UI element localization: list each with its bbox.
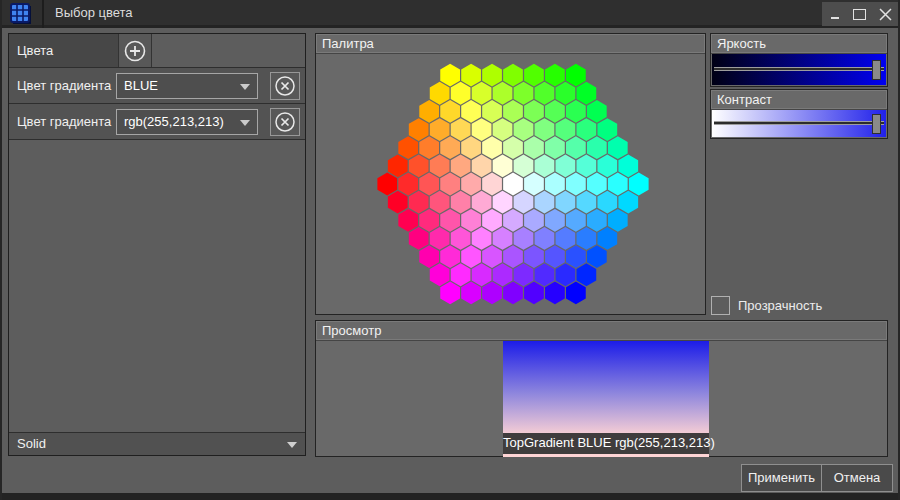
palette-hex-cell[interactable] [566,173,586,196]
palette-hex-cell[interactable] [566,282,586,305]
palette-hex-cell[interactable] [419,209,439,232]
palette-hex-cell[interactable] [419,173,439,196]
palette-hex-cell[interactable] [461,136,481,159]
palette-hex-cell[interactable] [535,263,555,286]
palette-hex-cell[interactable] [524,136,544,159]
palette-hex-cell[interactable] [566,209,586,232]
palette-hex-cell[interactable] [440,245,460,268]
palette-hex-cell[interactable] [430,154,450,177]
palette-hex-cell[interactable] [493,82,513,105]
palette-hex-cell[interactable] [545,245,565,268]
palette-hex-cell[interactable] [545,209,565,232]
contrast-slider[interactable] [712,110,886,137]
palette-hex-cell[interactable] [566,245,586,268]
palette-hex-cell[interactable] [587,136,607,159]
palette-hex-cell[interactable] [430,227,450,250]
fill-mode-select[interactable]: Solid [9,432,305,455]
palette-hex-cell[interactable] [608,136,628,159]
palette-hex-cell[interactable] [618,191,638,214]
palette-hex-cell[interactable] [503,64,523,87]
palette-hex-cell[interactable] [514,227,534,250]
palette-hex-cell[interactable] [608,173,628,196]
brightness-slider[interactable] [712,54,886,85]
palette-hex-cell[interactable] [514,191,534,214]
palette-hex-cell[interactable] [440,173,460,196]
palette-hex-cell[interactable] [461,282,481,305]
palette-hex-cell[interactable] [388,191,408,214]
palette-hex-cell[interactable] [461,245,481,268]
palette-hex-cell[interactable] [524,64,544,87]
remove-gradient-color-button-1[interactable] [270,72,300,100]
gradient-color-select-2[interactable]: rgb(255,213,213) [116,109,258,135]
palette-hex-cell[interactable] [493,118,513,141]
palette-hex-cell[interactable] [514,82,534,105]
palette-hex-cell[interactable] [419,100,439,123]
palette-hex-cell[interactable] [545,100,565,123]
palette-hex-cell[interactable] [398,136,418,159]
transparency-checkbox[interactable] [711,296,730,315]
palette-hex-cell[interactable] [587,100,607,123]
palette-hex-cell[interactable] [461,209,481,232]
palette-hex-cell[interactable] [545,282,565,305]
palette-hex-cell[interactable] [597,154,617,177]
palette-hex-cell[interactable] [545,64,565,87]
cancel-button[interactable]: Отмена [821,464,893,492]
palette-hex-cell[interactable] [461,173,481,196]
palette-hex-cell[interactable] [587,173,607,196]
palette-hex-cell[interactable] [556,118,576,141]
palette-hex-cell[interactable] [576,191,596,214]
palette-hex-cell[interactable] [503,173,523,196]
palette-hex-cell[interactable] [482,173,502,196]
palette-hex-cell[interactable] [503,245,523,268]
palette-hex-cell[interactable] [597,191,617,214]
palette-hex-cell[interactable] [461,100,481,123]
palette-hex-cell[interactable] [398,209,418,232]
maximize-button[interactable] [847,2,872,26]
palette-hex-cell[interactable] [482,136,502,159]
palette-hex-cell[interactable] [472,263,492,286]
palette-hex-cell[interactable] [576,118,596,141]
palette-hex-cell[interactable] [535,191,555,214]
palette-hex-cell[interactable] [377,173,397,196]
palette-hex-cell[interactable] [514,154,534,177]
palette-hex-cell[interactable] [545,173,565,196]
palette-hex-cell[interactable] [451,118,471,141]
palette-hex-cell[interactable] [514,118,534,141]
palette-hex-cell[interactable] [430,263,450,286]
palette-hex-cell[interactable] [398,173,418,196]
palette-hex-cell[interactable] [472,154,492,177]
gradient-color-select-1[interactable]: BLUE [116,73,258,99]
palette-hex-cell[interactable] [419,245,439,268]
palette-hex-cell[interactable] [576,154,596,177]
palette-hex-cell[interactable] [503,136,523,159]
palette-hex-cell[interactable] [451,154,471,177]
palette-hex-cell[interactable] [514,263,534,286]
palette-hex-cell[interactable] [608,209,628,232]
palette-hex-cell[interactable] [535,82,555,105]
titlebar[interactable]: Выбор цвета [0,0,900,28]
palette-hex-cell[interactable] [409,227,429,250]
palette-hex-cell[interactable] [451,263,471,286]
palette-hex-cell[interactable] [430,82,450,105]
close-button[interactable] [873,2,898,26]
palette-hex-cell[interactable] [482,100,502,123]
palette-hex-cell[interactable] [524,245,544,268]
palette-hex-cell[interactable] [597,227,617,250]
palette-hex-cell[interactable] [461,64,481,87]
palette-hex-cell[interactable] [576,227,596,250]
palette-hex-cell[interactable] [388,154,408,177]
palette-hex-cell[interactable] [493,227,513,250]
palette-hex-cell[interactable] [482,64,502,87]
palette-hex-cell[interactable] [472,191,492,214]
palette-hex-cell[interactable] [472,118,492,141]
palette-hex-cell[interactable] [556,82,576,105]
palette-hex-cell[interactable] [556,263,576,286]
palette-hex-cell[interactable] [409,118,429,141]
palette-hex-cell[interactable] [524,282,544,305]
palette-hex-cell[interactable] [597,118,617,141]
palette-hex-cell[interactable] [409,191,429,214]
palette-hex-cell[interactable] [493,263,513,286]
palette-hex-cell[interactable] [430,191,450,214]
palette-hex-cell[interactable] [440,64,460,87]
palette-hex-cell[interactable] [535,154,555,177]
